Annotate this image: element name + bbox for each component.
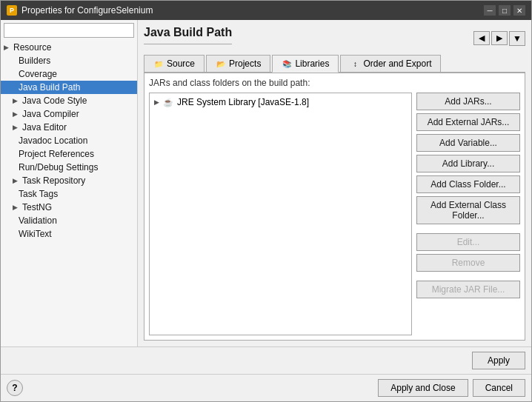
window-icon: P bbox=[7, 5, 17, 16]
tabs-container: 📁Source📂Projects📚Libraries↕Order and Exp… bbox=[144, 55, 525, 73]
right-panel: Java Build Path ◀ ▶ ▼ 📁Source📂Projects📚L… bbox=[138, 20, 531, 346]
add-external-jars-button[interactable]: Add External JARs... bbox=[416, 113, 520, 131]
sidebar-item-label-run-debug-settings: Run/Debug Settings bbox=[19, 162, 98, 172]
tree-item[interactable]: ▶☕JRE System Library [JavaSE-1.8] bbox=[151, 95, 410, 110]
add-jars-button[interactable]: Add JARs... bbox=[416, 93, 520, 110]
sidebar-item-label-builders: Builders bbox=[19, 56, 50, 66]
sidebar-item-label-resource: Resource bbox=[13, 42, 51, 53]
tab-icon-libraries: 📚 bbox=[282, 58, 292, 69]
sidebar-item-label-project-references: Project References bbox=[19, 149, 94, 159]
tab-icon-source: 📁 bbox=[153, 58, 164, 69]
tab-label-libraries: Libraries bbox=[295, 58, 329, 69]
tree-item-label: JRE System Library [JavaSE-1.8] bbox=[177, 97, 309, 107]
expand-arrow-testng: ▶ bbox=[13, 204, 18, 211]
edit-button: Edit... bbox=[416, 233, 520, 251]
title-bar-controls: ─ □ ✕ bbox=[484, 5, 525, 16]
expand-arrow-task-repository: ▶ bbox=[13, 177, 18, 184]
content-area: JARs and class folders on the build path… bbox=[144, 73, 525, 341]
nav-forward-button[interactable]: ▶ bbox=[491, 31, 508, 45]
main-content: ▶ResourceBuildersCoverageJava Build Path… bbox=[1, 20, 531, 346]
library-buttons: Add JARs...Add External JARs...Add Varia… bbox=[416, 93, 520, 335]
panel-header: Java Build Path ◀ ▶ ▼ bbox=[144, 26, 525, 50]
sidebar-item-run-debug-settings[interactable]: Run/Debug Settings bbox=[1, 161, 137, 174]
nav-list: ▶ResourceBuildersCoverageJava Build Path… bbox=[1, 41, 137, 346]
sidebar-item-label-testng: TestNG bbox=[22, 202, 52, 212]
maximize-button[interactable]: □ bbox=[499, 5, 511, 16]
tab-order-export[interactable]: ↕Order and Export bbox=[340, 55, 441, 72]
sidebar-item-label-validation: Validation bbox=[19, 215, 57, 226]
sidebar-item-label-wikitext: WikiText bbox=[19, 229, 52, 239]
search-box bbox=[4, 23, 134, 38]
jre-icon: ☕ bbox=[162, 96, 174, 108]
button-separator bbox=[416, 227, 520, 230]
expand-arrow-java-editor: ▶ bbox=[13, 124, 18, 131]
close-button[interactable]: ✕ bbox=[513, 5, 525, 16]
tab-projects[interactable]: 📂Projects bbox=[206, 55, 270, 72]
footer: ? Apply and Close Cancel bbox=[1, 374, 531, 401]
help-button[interactable]: ? bbox=[7, 380, 23, 396]
main-window: P Properties for ConfigureSelenium ─ □ ✕… bbox=[0, 0, 532, 402]
footer-left: ? bbox=[7, 380, 23, 396]
window-title: Properties for ConfigureSelenium bbox=[21, 5, 153, 16]
sidebar-item-label-java-code-style: Java Code Style bbox=[22, 96, 87, 106]
sidebar-item-label-javadoc-location: Javadoc Location bbox=[19, 135, 87, 146]
content-description: JARs and class folders on the build path… bbox=[149, 78, 520, 88]
sidebar-item-project-references[interactable]: Project References bbox=[1, 147, 137, 161]
add-library-button[interactable]: Add Library... bbox=[416, 155, 520, 172]
sidebar-item-label-java-compiler: Java Compiler bbox=[22, 109, 79, 119]
tab-icon-order-export: ↕ bbox=[350, 58, 360, 69]
add-external-class-folder-button[interactable]: Add External Class Folder... bbox=[416, 196, 520, 224]
button-separator bbox=[416, 275, 520, 278]
sidebar-item-coverage[interactable]: Coverage bbox=[1, 67, 137, 81]
bottom-bar: Apply bbox=[1, 346, 531, 374]
tab-label-projects: Projects bbox=[229, 58, 261, 69]
search-input[interactable] bbox=[4, 23, 134, 38]
sidebar-item-task-tags[interactable]: Task Tags bbox=[1, 187, 137, 201]
tab-source[interactable]: 📁Source bbox=[144, 55, 205, 72]
apply-close-button[interactable]: Apply and Close bbox=[378, 379, 468, 397]
sidebar-item-java-build-path[interactable]: Java Build Path bbox=[1, 81, 137, 94]
tree-expand-arrow: ▶ bbox=[154, 98, 159, 106]
sidebar-item-label-task-tags: Task Tags bbox=[19, 189, 58, 199]
sidebar-item-java-editor[interactable]: ▶Java Editor bbox=[1, 121, 137, 134]
sidebar-item-task-repository[interactable]: ▶Task Repository bbox=[1, 174, 137, 187]
nav-dropdown-button[interactable]: ▼ bbox=[509, 31, 525, 46]
sidebar-item-label-task-repository: Task Repository bbox=[22, 175, 85, 186]
expand-arrow-java-code-style: ▶ bbox=[13, 97, 18, 104]
sidebar-item-label-java-build-path: Java Build Path bbox=[19, 82, 80, 93]
sidebar-item-builders[interactable]: Builders bbox=[1, 54, 137, 67]
panel-nav-arrows: ◀ ▶ ▼ bbox=[473, 31, 525, 46]
title-bar: P Properties for ConfigureSelenium ─ □ ✕ bbox=[1, 1, 531, 20]
minimize-button[interactable]: ─ bbox=[484, 5, 496, 16]
libraries-panel: ▶☕JRE System Library [JavaSE-1.8] Add JA… bbox=[149, 93, 520, 335]
nav-back-button[interactable]: ◀ bbox=[473, 31, 490, 45]
sidebar-item-validation[interactable]: Validation bbox=[1, 214, 137, 227]
migrate-jar-button: Migrate JAR File... bbox=[416, 281, 520, 298]
sidebar: ▶ResourceBuildersCoverageJava Build Path… bbox=[1, 20, 138, 346]
sidebar-item-javadoc-location[interactable]: Javadoc Location bbox=[1, 134, 137, 147]
sidebar-item-wikitext[interactable]: WikiText bbox=[1, 227, 137, 241]
sidebar-item-resource[interactable]: ▶Resource bbox=[1, 41, 137, 54]
apply-button[interactable]: Apply bbox=[472, 352, 525, 369]
panel-title: Java Build Path bbox=[144, 26, 232, 44]
cancel-button[interactable]: Cancel bbox=[473, 379, 525, 397]
sidebar-item-testng[interactable]: ▶TestNG bbox=[1, 201, 137, 214]
tab-libraries[interactable]: 📚Libraries bbox=[272, 55, 339, 73]
expand-arrow-java-compiler: ▶ bbox=[13, 110, 18, 118]
expand-arrow-resource: ▶ bbox=[4, 44, 9, 51]
library-tree[interactable]: ▶☕JRE System Library [JavaSE-1.8] bbox=[149, 93, 412, 335]
tab-label-source: Source bbox=[167, 58, 195, 69]
sidebar-item-java-compiler[interactable]: ▶Java Compiler bbox=[1, 107, 137, 121]
sidebar-item-label-java-editor: Java Editor bbox=[22, 122, 67, 133]
add-class-folder-button[interactable]: Add Class Folder... bbox=[416, 175, 520, 193]
tab-label-order-export: Order and Export bbox=[363, 58, 431, 69]
sidebar-item-java-code-style[interactable]: ▶Java Code Style bbox=[1, 94, 137, 107]
add-variable-button[interactable]: Add Variable... bbox=[416, 134, 520, 152]
footer-right: Apply and Close Cancel bbox=[378, 379, 525, 397]
sidebar-item-label-coverage: Coverage bbox=[19, 69, 57, 79]
tab-icon-projects: 📂 bbox=[216, 58, 226, 69]
title-bar-left: P Properties for ConfigureSelenium bbox=[7, 5, 153, 16]
remove-button: Remove bbox=[416, 254, 520, 272]
